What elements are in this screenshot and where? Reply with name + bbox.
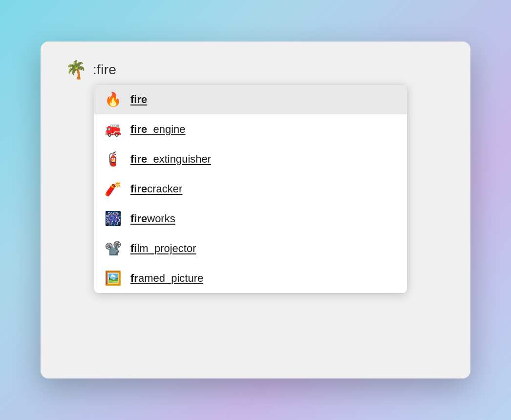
item-emoji: 🎆 <box>104 210 122 227</box>
item-label: fire_engine <box>130 123 186 136</box>
rest-text: amed_picture <box>138 272 203 284</box>
item-emoji: 🔥 <box>104 91 122 107</box>
item-emoji: 🧯 <box>104 151 122 167</box>
rest-text: lm_projector <box>137 242 196 254</box>
item-label: firecracker <box>130 183 182 195</box>
input-row: 🌴 :fire <box>65 61 446 79</box>
item-label: framed_picture <box>130 272 203 285</box>
dropdown-container: 🔥fire🚒fire_engine🧯fire_extinguisher🧨fire… <box>94 84 446 293</box>
match-text: fire <box>130 123 147 135</box>
match-text: fire <box>130 93 147 105</box>
item-emoji: 🧨 <box>104 181 122 197</box>
dropdown-item[interactable]: 🔥fire <box>94 84 407 114</box>
rest-text: cracker <box>147 183 182 195</box>
dropdown-item[interactable]: 🧯fire_extinguisher <box>94 144 407 174</box>
dropdown-item[interactable]: 🖼️framed_picture <box>94 263 407 293</box>
match-text: fire <box>130 212 147 225</box>
match-text: fi <box>130 242 137 254</box>
dropdown-item[interactable]: 🎆fireworks <box>94 204 407 233</box>
match-text: fire <box>130 153 147 165</box>
item-emoji: 🚒 <box>104 121 122 137</box>
palm-icon: 🌴 <box>65 61 87 79</box>
query-text: :fire <box>93 62 116 78</box>
item-label: fire_extinguisher <box>130 153 211 166</box>
item-emoji: 📽️ <box>104 240 122 256</box>
rest-text: _engine <box>147 123 185 135</box>
item-label: fire <box>130 93 147 106</box>
item-emoji: 🖼️ <box>104 270 122 286</box>
dropdown-item[interactable]: 🧨firecracker <box>94 174 407 204</box>
item-label: fireworks <box>130 212 175 225</box>
dropdown-list[interactable]: 🔥fire🚒fire_engine🧯fire_extinguisher🧨fire… <box>94 84 407 293</box>
item-label: film_projector <box>130 242 196 255</box>
dropdown-item[interactable]: 🚒fire_engine <box>94 114 407 144</box>
rest-text: works <box>147 212 175 225</box>
rest-text: _extinguisher <box>147 153 211 165</box>
emoji-dropdown: 🔥fire🚒fire_engine🧯fire_extinguisher🧨fire… <box>94 84 407 293</box>
dropdown-item[interactable]: 📽️film_projector <box>94 233 407 263</box>
match-text: fr <box>130 272 138 284</box>
match-text: fire <box>130 183 147 195</box>
app-window: 🌴 :fire 🔥fire🚒fire_engine🧯fire_extinguis… <box>41 42 470 378</box>
